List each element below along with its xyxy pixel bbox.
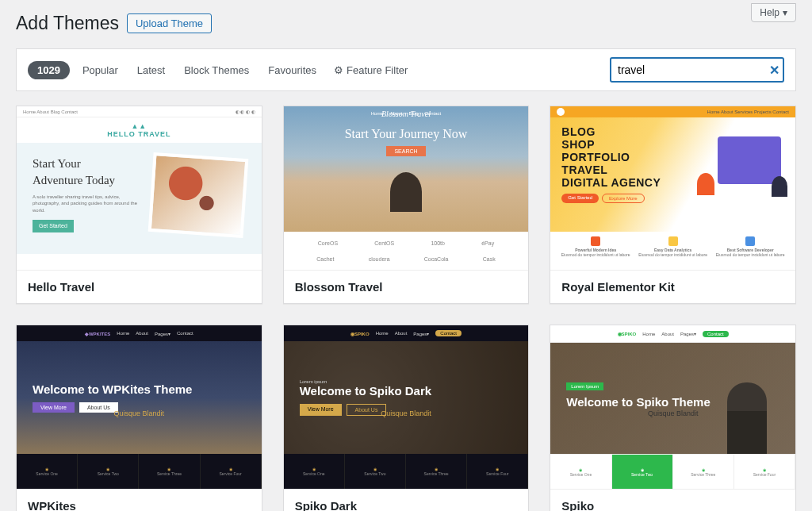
tab-block-themes[interactable]: Block Themes (178, 61, 255, 79)
theme-name: Blossom Travel (284, 270, 529, 303)
theme-name: Royal Elementor Kit (550, 270, 795, 303)
feature-filter-button[interactable]: ⚙ Feature Filter (334, 64, 408, 76)
gear-icon: ⚙ (334, 64, 343, 76)
theme-screenshot: ◆WPKITESHomeAboutPages▾Contact Welcome t… (17, 325, 262, 489)
result-count-badge: 1029 (28, 61, 70, 79)
help-button-label: Help (760, 7, 779, 18)
theme-card[interactable]: HomeAboutBlogContact Blossom Travel Star… (283, 106, 530, 304)
upload-theme-button[interactable]: Upload Theme (127, 13, 212, 33)
tab-favourites[interactable]: Favourites (262, 61, 323, 79)
theme-name: Spiko (550, 489, 795, 511)
theme-screenshot: HomeAboutBlogContact Blossom Travel Star… (284, 106, 529, 270)
page-title: Add Themes (16, 13, 119, 34)
help-button[interactable]: Help ▾ (751, 3, 796, 22)
theme-card[interactable]: ◉SPIKOHomeAboutPages▾Contact Lorem ipsum… (283, 325, 530, 511)
theme-screenshot: Home About Services Projects Contact BLO… (550, 106, 795, 270)
tab-latest[interactable]: Latest (131, 61, 171, 79)
theme-card[interactable]: Home About Blog Contact◐ ◐ ◐ ◐ ▲▲HELLO T… (16, 106, 262, 304)
theme-screenshot: ◉SPIKOHomeAboutPages▾Contact Lorem Ipsum… (550, 325, 795, 489)
chevron-down-icon: ▾ (783, 7, 787, 18)
theme-logo: ▲▲HELLO TRAVEL (17, 117, 262, 143)
theme-name: WPKites (17, 489, 262, 511)
theme-card[interactable]: ◉SPIKOHomeAboutPages▾Contact Lorem Ipsum… (550, 325, 796, 511)
filter-bar: 1029 Popular Latest Block Themes Favouri… (16, 48, 796, 91)
clear-search-icon[interactable]: ✕ (769, 63, 779, 78)
theme-card[interactable]: ◆WPKITESHomeAboutPages▾Contact Welcome t… (16, 325, 262, 511)
theme-card[interactable]: Home About Services Projects Contact BLO… (550, 106, 796, 304)
theme-screenshot: Home About Blog Contact◐ ◐ ◐ ◐ ▲▲HELLO T… (17, 106, 262, 270)
themes-grid: Home About Blog Contact◐ ◐ ◐ ◐ ▲▲HELLO T… (16, 106, 796, 511)
feature-filter-label: Feature Filter (347, 64, 408, 76)
theme-name: Spiko Dark (284, 489, 529, 511)
theme-screenshot: ◉SPIKOHomeAboutPages▾Contact Lorem ipsum… (284, 325, 529, 489)
tab-popular[interactable]: Popular (76, 61, 124, 79)
search-input[interactable] (610, 57, 784, 83)
theme-name: Hello Travel (17, 270, 262, 303)
